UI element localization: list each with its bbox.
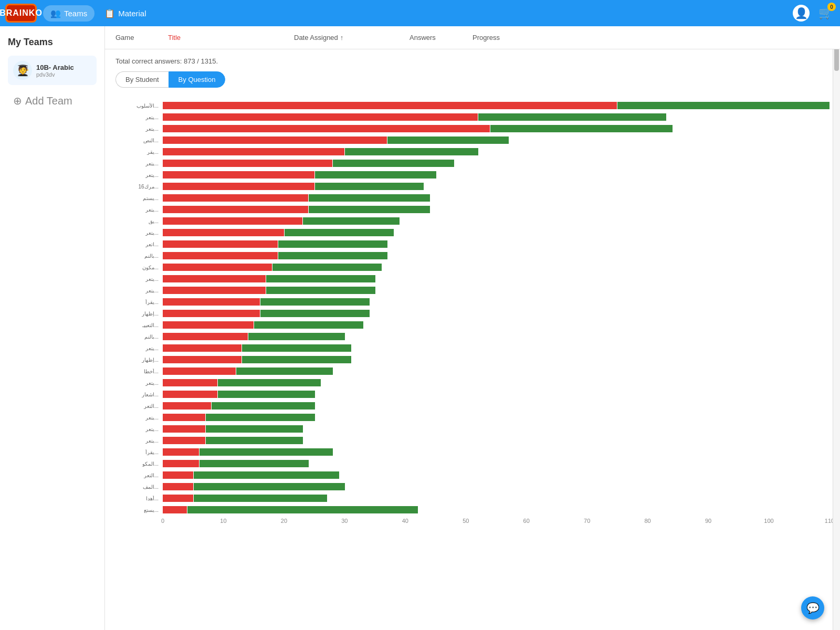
bar-incorrect bbox=[163, 391, 217, 398]
chart-row: التعر... bbox=[116, 401, 830, 411]
stats-area: Total correct answers: 873 / 1315. By St… bbox=[105, 49, 840, 101]
teams-icon: 👥 bbox=[50, 8, 61, 18]
material-icon: 📋 bbox=[104, 8, 115, 18]
by-question-button[interactable]: By Question bbox=[169, 71, 226, 88]
chart-row-bars bbox=[163, 160, 830, 167]
bar-correct bbox=[206, 437, 303, 444]
chart-row: المكو... bbox=[116, 459, 830, 468]
add-team-button[interactable]: ⊕ Add Team bbox=[8, 90, 78, 111]
nav-teams[interactable]: 👥 Teams bbox=[43, 5, 94, 22]
bar-incorrect bbox=[163, 240, 278, 248]
bar-incorrect bbox=[163, 252, 278, 259]
chart-row-bars bbox=[163, 275, 830, 282]
bar-incorrect bbox=[163, 136, 387, 144]
chart-row: التعبيـ... bbox=[116, 320, 830, 330]
bar-incorrect bbox=[163, 425, 205, 433]
chart-row: بالنم... bbox=[116, 332, 830, 341]
chart-row: يتعر... bbox=[116, 112, 830, 122]
chart-row: أخطا... bbox=[116, 366, 830, 376]
chart-row-bars bbox=[163, 414, 830, 421]
team-item[interactable]: 🧑‍🎓 10B- Arabic pdv3dv bbox=[8, 56, 97, 85]
chart-row-bars bbox=[163, 368, 830, 375]
by-student-button[interactable]: By Student bbox=[116, 71, 169, 88]
chart-row-label: أخطا... bbox=[116, 369, 163, 374]
chart-row: يتعر... bbox=[116, 228, 830, 237]
bar-correct bbox=[194, 471, 339, 479]
chart-row: يتعر... bbox=[116, 343, 830, 353]
bar-incorrect bbox=[163, 298, 260, 306]
chart-row-label: التعر... bbox=[116, 472, 163, 478]
chart-row-bars bbox=[163, 125, 830, 132]
chart-row-label: التعر... bbox=[116, 403, 163, 409]
chart-row-label: يتعر... bbox=[116, 415, 163, 421]
bar-correct bbox=[242, 356, 351, 363]
nav-material[interactable]: 📋 Material bbox=[97, 5, 153, 22]
scrollbar[interactable] bbox=[833, 26, 840, 630]
chart-row-label: يتعر... bbox=[116, 126, 163, 132]
chat-button[interactable]: 💬 bbox=[801, 596, 824, 620]
chart-row-bars bbox=[163, 194, 830, 202]
chart-row-bars bbox=[163, 437, 830, 444]
chart-row-bars bbox=[163, 310, 830, 317]
chart-row-label: يتعر... bbox=[116, 288, 163, 293]
chart-row-bars bbox=[163, 287, 830, 294]
bar-incorrect bbox=[163, 264, 272, 271]
bar-correct bbox=[248, 333, 345, 340]
bar-correct bbox=[194, 483, 345, 490]
bar-incorrect bbox=[163, 379, 217, 386]
app-logo: BRAINKO bbox=[5, 4, 37, 23]
main-nav: 👥 Teams 📋 Material bbox=[43, 5, 154, 22]
col-progress-header: Progress bbox=[472, 34, 514, 41]
chart-row-label: يتعر... bbox=[116, 276, 163, 282]
chart-row-bars bbox=[163, 460, 830, 467]
chart-row: يستع... bbox=[116, 505, 830, 514]
chart-row: يقر... bbox=[116, 147, 830, 156]
chart-row-label: يتعر... bbox=[116, 426, 163, 432]
chart-row: يتعر... bbox=[116, 413, 830, 422]
chart-row-bars bbox=[163, 229, 830, 236]
chart-row: يتعر... bbox=[116, 124, 830, 133]
axis-tick: 60 bbox=[521, 518, 532, 524]
chart-row-bars bbox=[163, 298, 830, 306]
chart-row: بالنم... bbox=[116, 251, 830, 260]
chart-row-label: إظهار... bbox=[116, 357, 163, 363]
chart-row: يتعر... bbox=[116, 436, 830, 445]
main-content: Game Title Date Assigned ↑ Answers Progr… bbox=[105, 26, 840, 630]
chart-row-label: يتعر... bbox=[116, 380, 163, 386]
chart-row: اتعر... bbox=[116, 239, 830, 249]
bar-correct bbox=[278, 252, 387, 259]
chart-row-label: مكون... bbox=[116, 265, 163, 270]
chart-row: إظهار... bbox=[116, 309, 830, 318]
bar-correct bbox=[617, 102, 830, 109]
team-name: 10B- Arabic bbox=[36, 64, 74, 71]
chart-row: يستم... bbox=[116, 193, 830, 203]
axis-tick: 50 bbox=[460, 518, 471, 524]
sort-icon: ↑ bbox=[340, 34, 344, 41]
chart-row: المف... bbox=[116, 482, 830, 491]
axis-tick: 10 bbox=[218, 518, 228, 524]
chart-row-label: التعبيـ... bbox=[116, 322, 163, 328]
bar-incorrect bbox=[163, 183, 314, 190]
chart-row: يتعر... bbox=[116, 286, 830, 295]
bar-incorrect bbox=[163, 194, 308, 202]
bar-correct bbox=[242, 344, 351, 352]
chart-row: إظهار... bbox=[116, 355, 830, 364]
cart-button[interactable]: 🛒 0 bbox=[816, 4, 835, 23]
chart-row-bars bbox=[163, 136, 830, 144]
chart-row-label: بالنم... bbox=[116, 253, 163, 259]
bar-correct bbox=[206, 414, 315, 421]
col-date-header[interactable]: Date Assigned ↑ bbox=[294, 34, 388, 41]
bar-incorrect bbox=[163, 310, 260, 317]
chart-row-label: يتعر... bbox=[116, 161, 163, 166]
bar-correct bbox=[309, 194, 430, 202]
chart-axis: 0102030405060708090100110 bbox=[163, 518, 830, 528]
bar-incorrect bbox=[163, 287, 266, 294]
axis-tick: 0 bbox=[158, 518, 168, 524]
bar-incorrect bbox=[163, 460, 199, 467]
team-code: pdv3dv bbox=[36, 71, 74, 78]
chart-row-bars bbox=[163, 113, 830, 121]
bar-correct bbox=[200, 460, 309, 467]
nav-material-label: Material bbox=[118, 9, 146, 18]
profile-button[interactable]: 👤 bbox=[793, 5, 810, 22]
bar-correct bbox=[260, 310, 370, 317]
